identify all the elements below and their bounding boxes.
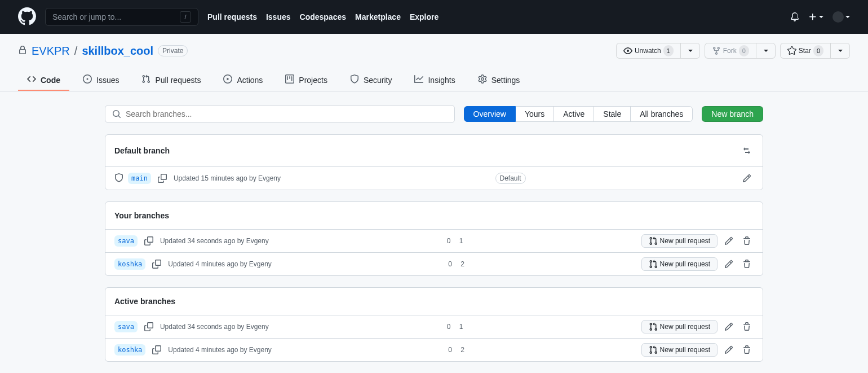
tab-label: Pull requests bbox=[155, 76, 201, 85]
switch-default-branch-icon[interactable] bbox=[740, 144, 754, 157]
branch-row: savaUpdated 34 seconds ago by Evgeny01Ne… bbox=[105, 315, 763, 338]
rename-branch-icon[interactable] bbox=[722, 343, 736, 357]
view-tab-all-branches[interactable]: All branches bbox=[631, 106, 693, 122]
search-icon bbox=[112, 109, 121, 119]
ahead-count: 1 bbox=[458, 323, 464, 331]
lock-icon bbox=[18, 45, 27, 58]
star-button[interactable]: Star 0 bbox=[780, 43, 831, 59]
fork-count: 0 bbox=[739, 45, 749, 56]
view-tab-stale[interactable]: Stale bbox=[594, 106, 631, 122]
branch-row: koshkaUpdated 4 minutes ago by Evgeny02N… bbox=[105, 338, 763, 361]
ahead-count: 2 bbox=[460, 260, 466, 268]
tab-insights[interactable]: Insights bbox=[405, 70, 464, 91]
tab-settings[interactable]: Settings bbox=[469, 70, 529, 91]
repo-link[interactable]: skillbox_cool bbox=[82, 45, 153, 58]
search-branches-input[interactable] bbox=[105, 105, 455, 123]
new-pull-request-button[interactable]: New pull request bbox=[641, 234, 718, 248]
default-badge: Default bbox=[495, 173, 526, 184]
tab-security[interactable]: Security bbox=[341, 70, 401, 91]
tab-code[interactable]: Code bbox=[18, 70, 69, 91]
unwatch-button[interactable]: Unwatch 1 bbox=[616, 43, 681, 59]
view-tab-yours[interactable]: Yours bbox=[516, 106, 554, 122]
branch-meta: Updated 15 minutes ago by Evgeny bbox=[174, 174, 281, 182]
chevron-down-icon bbox=[845, 16, 850, 18]
chevron-down-icon bbox=[819, 16, 823, 18]
copy-branch-name-icon[interactable] bbox=[156, 172, 169, 185]
branch-meta: Updated 34 seconds ago by Evgeny bbox=[160, 237, 269, 245]
search-branches-field[interactable] bbox=[126, 109, 448, 119]
owner-link[interactable]: EVKPR bbox=[32, 45, 70, 58]
chevron-down-icon bbox=[764, 50, 768, 52]
rename-branch-icon[interactable] bbox=[722, 257, 736, 271]
repo-header: EVKPR / skillbox_cool Private Unwatch 1 … bbox=[0, 34, 868, 91]
user-menu[interactable] bbox=[832, 11, 850, 23]
copy-branch-name-icon[interactable] bbox=[150, 343, 163, 357]
slash-key-icon: / bbox=[180, 11, 191, 23]
branch-name-link[interactable]: main bbox=[128, 173, 151, 184]
new-branch-button[interactable]: New branch bbox=[702, 106, 763, 122]
notifications-icon[interactable] bbox=[790, 12, 799, 21]
ahead-count: 1 bbox=[458, 237, 464, 245]
nav-explore[interactable]: Explore bbox=[410, 12, 439, 21]
tab-issues[interactable]: Issues bbox=[74, 70, 128, 91]
new-pull-request-button[interactable]: New pull request bbox=[641, 320, 718, 333]
main-content: OverviewYoursActiveStaleAll branches New… bbox=[87, 105, 781, 362]
branch-name-link[interactable]: koshka bbox=[114, 344, 145, 356]
tab-label: Projects bbox=[299, 76, 327, 85]
tab-label: Code bbox=[41, 76, 60, 85]
section-title: Active branches bbox=[105, 288, 763, 315]
watch-count: 1 bbox=[663, 45, 674, 56]
delete-branch-icon[interactable] bbox=[740, 343, 754, 357]
delete-branch-icon[interactable] bbox=[740, 257, 754, 271]
view-tab-active[interactable]: Active bbox=[554, 106, 594, 122]
tab-label: Settings bbox=[491, 76, 520, 85]
visibility-badge: Private bbox=[158, 45, 188, 56]
ahead-behind: 02 bbox=[445, 260, 468, 268]
new-pull-request-button[interactable]: New pull request bbox=[641, 257, 718, 271]
create-new-dropdown[interactable] bbox=[808, 12, 823, 21]
nav-codespaces[interactable]: Codespaces bbox=[300, 12, 346, 21]
branch-name-link[interactable]: sava bbox=[114, 235, 138, 247]
repo-forked-icon bbox=[712, 46, 721, 55]
global-nav: Pull requests Issues Codespaces Marketpl… bbox=[207, 12, 439, 21]
tab-pull-requests[interactable]: Pull requests bbox=[132, 70, 210, 91]
star-dropdown[interactable] bbox=[831, 43, 850, 59]
section-title: Default branch bbox=[105, 135, 763, 167]
copy-branch-name-icon[interactable] bbox=[150, 257, 163, 271]
ahead-count: 2 bbox=[460, 346, 466, 354]
ahead-behind: 01 bbox=[444, 323, 466, 331]
global-search-input[interactable]: Search or jump to... / bbox=[45, 8, 198, 26]
chevron-down-icon bbox=[688, 50, 693, 52]
branch-name-link[interactable]: koshka bbox=[114, 258, 145, 270]
tab-label: Actions bbox=[237, 76, 263, 85]
nav-marketplace[interactable]: Marketplace bbox=[355, 12, 401, 21]
fork-dropdown[interactable] bbox=[756, 43, 776, 59]
tab-label: Insights bbox=[428, 76, 455, 85]
branch-meta: Updated 34 seconds ago by Evgeny bbox=[160, 323, 269, 331]
github-logo-icon[interactable] bbox=[18, 7, 36, 27]
code-icon bbox=[27, 74, 36, 85]
watch-dropdown[interactable] bbox=[681, 43, 700, 59]
nav-pull-requests[interactable]: Pull requests bbox=[207, 12, 257, 21]
new-pull-request-button[interactable]: New pull request bbox=[641, 343, 718, 357]
branch-name-link[interactable]: sava bbox=[114, 321, 138, 332]
star-label: Star bbox=[799, 45, 811, 56]
fork-button[interactable]: Fork 0 bbox=[705, 43, 756, 59]
tab-projects[interactable]: Projects bbox=[276, 70, 336, 91]
search-placeholder: Search or jump to... bbox=[52, 12, 121, 21]
rename-branch-icon[interactable] bbox=[740, 172, 754, 185]
rename-branch-icon[interactable] bbox=[722, 320, 736, 333]
tab-actions[interactable]: Actions bbox=[214, 70, 272, 91]
copy-branch-name-icon[interactable] bbox=[142, 234, 156, 248]
copy-branch-name-icon[interactable] bbox=[142, 320, 156, 333]
branch-row: koshkaUpdated 4 minutes ago by Evgeny02N… bbox=[105, 252, 763, 275]
delete-branch-icon[interactable] bbox=[740, 234, 754, 248]
rename-branch-icon[interactable] bbox=[722, 234, 736, 248]
shield-icon bbox=[114, 173, 123, 184]
behind-count: 0 bbox=[448, 346, 453, 354]
behind-count: 0 bbox=[446, 237, 451, 245]
delete-branch-icon[interactable] bbox=[740, 320, 754, 333]
view-tab-overview[interactable]: Overview bbox=[464, 106, 516, 122]
nav-issues[interactable]: Issues bbox=[266, 12, 291, 21]
repo-title-row: EVKPR / skillbox_cool Private Unwatch 1 … bbox=[18, 43, 850, 59]
